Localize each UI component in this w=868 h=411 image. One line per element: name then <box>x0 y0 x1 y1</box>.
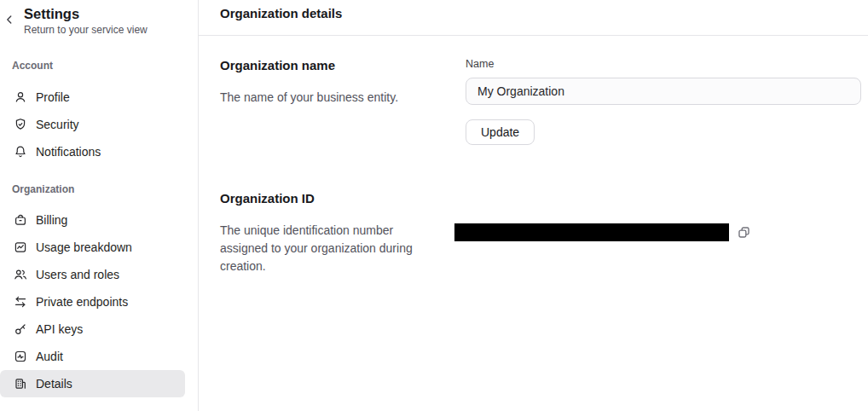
section-label-organization: Organization <box>12 183 198 195</box>
sidebar-item-label: API keys <box>36 322 83 336</box>
sidebar-item-billing[interactable]: Billing <box>0 206 185 234</box>
org-id-info: Organization ID The unique identificatio… <box>220 191 443 275</box>
sidebar-item-private-endpoints[interactable]: Private endpoints <box>0 288 185 315</box>
activity-square-icon <box>14 350 27 363</box>
org-name-description: The name of your business entity. <box>220 89 443 107</box>
sidebar-item-audit[interactable]: Audit <box>0 343 185 370</box>
main-content: Organization details Organization name T… <box>199 0 868 411</box>
sidebar-item-label: Billing <box>36 213 67 227</box>
sidebar-header: Settings Return to your service view <box>0 3 198 36</box>
org-id-row <box>454 223 861 241</box>
org-name-info: Organization name The name of your busin… <box>220 58 443 107</box>
sidebar-item-label: Audit <box>36 350 63 363</box>
org-name-input[interactable] <box>466 78 861 105</box>
sidebar-item-label: Usage breakdown <box>36 240 132 254</box>
chevron-left-icon <box>3 14 15 26</box>
section-label-account: Account <box>12 60 198 72</box>
sidebar-item-api-keys[interactable]: API keys <box>0 315 185 343</box>
settings-sidebar: Settings Return to your service view Acc… <box>0 0 199 411</box>
building-icon <box>14 377 27 391</box>
name-field-label: Name <box>466 58 861 71</box>
swap-arrows-icon <box>14 295 27 309</box>
org-name-section: Organization name The name of your busin… <box>220 58 861 145</box>
sidebar-item-label: Users and roles <box>36 268 119 281</box>
user-icon <box>14 90 27 104</box>
page-title: Organization details <box>220 6 868 21</box>
sidebar-item-label: Notifications <box>36 145 101 159</box>
bell-icon <box>14 145 27 159</box>
billing-icon <box>14 213 27 227</box>
copy-org-id-button[interactable] <box>736 225 751 240</box>
sidebar-item-security[interactable]: Security <box>0 111 185 138</box>
sidebar-item-usage-breakdown[interactable]: Usage breakdown <box>0 234 185 261</box>
shield-check-icon <box>14 118 27 131</box>
main-header: Organization details <box>199 0 868 36</box>
org-name-heading: Organization name <box>220 58 443 73</box>
settings-app: Settings Return to your service view Acc… <box>0 0 868 411</box>
sidebar-title: Settings <box>24 5 188 22</box>
key-icon <box>14 322 27 336</box>
update-button[interactable]: Update <box>466 119 535 145</box>
sidebar-item-notifications[interactable]: Notifications <box>0 138 185 165</box>
back-button[interactable] <box>2 12 17 27</box>
users-icon <box>14 268 27 281</box>
sidebar-item-label: Security <box>36 118 79 131</box>
org-id-heading: Organization ID <box>220 191 443 206</box>
sidebar-subtitle: Return to your service view <box>24 24 188 36</box>
copy-icon <box>737 225 751 240</box>
org-id-value-redacted <box>454 223 729 241</box>
details-content: Organization name The name of your busin… <box>199 36 868 275</box>
org-id-description: The unique identification number assigne… <box>220 222 443 275</box>
organization-nav: Billing Usage breakdown Users and roles … <box>0 206 198 397</box>
org-id-value-area <box>466 191 861 241</box>
account-nav: Profile Security Notifications <box>0 84 198 165</box>
usage-chart-icon <box>14 240 27 254</box>
org-id-section: Organization ID The unique identificatio… <box>220 191 861 275</box>
sidebar-item-details[interactable]: Details <box>0 370 185 397</box>
sidebar-item-label: Details <box>36 377 72 391</box>
sidebar-item-users-and-roles[interactable]: Users and roles <box>0 261 185 288</box>
org-name-form: Name Update <box>466 58 861 145</box>
sidebar-item-label: Profile <box>36 90 70 104</box>
sidebar-item-profile[interactable]: Profile <box>0 84 185 111</box>
sidebar-item-label: Private endpoints <box>36 295 128 309</box>
